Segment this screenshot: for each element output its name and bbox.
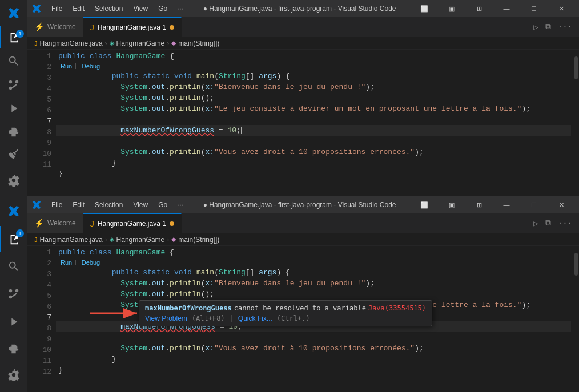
run-action-icon[interactable]: ▷ [531,21,540,33]
menu-selection[interactable]: Selection [90,3,127,14]
test-icon[interactable] [0,143,27,165]
top-pane: 1 File E [0,0,579,196]
menu-view[interactable]: View [128,3,152,14]
quick-fix-action[interactable]: Quick Fix... [238,314,272,322]
menu-more[interactable]: ··· [173,3,188,14]
menu-view-bottom[interactable]: View [128,200,152,210]
split-btn2-bottom[interactable]: ⧉ [543,217,553,229]
search-icon-bottom[interactable] [0,254,27,279]
menu-go[interactable]: Go [154,3,172,14]
scrollbar-thumb-top[interactable] [574,56,578,79]
close-btn-bottom[interactable]: ✕ [548,196,574,213]
code-line-4: System.out.println(); [56,92,571,103]
window-title: ● HangmanGame.java - first-java-program … [188,5,411,13]
code-line-2: public static void main(String[] args) { [56,71,571,82]
more-btn-bottom[interactable]: ··· [556,217,574,229]
split-editor-icon[interactable]: ⧉ [543,21,553,33]
menu-file-bottom[interactable]: File [47,200,67,210]
tab-welcome-bottom[interactable]: ⚡ Welcome [27,213,83,233]
activity-bar-top: 1 [0,0,27,196]
code-line-8 [56,136,571,147]
layout-btn-bottom[interactable]: ⬜ [411,196,437,213]
b-code-line-2: public static void main(String[] args) { [56,267,571,278]
menu-selection-bottom[interactable]: Selection [90,200,127,210]
source-control-icon-bottom[interactable] [0,281,27,306]
close-button[interactable]: ✕ [548,0,574,17]
code-editor-top: 1 2 3 4 5 6 7 8 9 10 11 public class Han… [27,50,579,196]
error-text: cannot be resolved to a variable [234,304,366,312]
split-icon[interactable]: ▣ [439,0,465,17]
notification-badge-bottom: 1 [16,229,24,237]
run-debug-icon[interactable] [0,98,27,120]
breadcrumb-method[interactable]: main(String[]) [178,39,219,47]
breadcrumb-class-icon: ◈ [110,39,114,47]
error-popup: maxNumberOfWrongGuess cannot be resolved… [139,300,432,326]
grid-btn-bottom[interactable]: ⊞ [466,196,492,213]
settings-icon[interactable] [0,169,27,191]
minimize-btn-bottom[interactable]: — [493,196,520,213]
extensions-icon[interactable] [0,122,27,143]
scrollbar-top[interactable] [571,50,579,196]
b-code-line-12 [56,375,571,386]
run-btn-bottom[interactable]: ▷ [531,217,540,229]
tab-hangman[interactable]: J HangmanGame.java 1 [83,17,182,37]
scrollbar-bottom[interactable] [571,246,579,392]
search-icon[interactable] [0,50,27,72]
bc-method-icon-bottom: ◆ [171,236,176,243]
menu-edit[interactable]: Edit [68,3,89,14]
b-code-line-8 [56,332,571,343]
bottom-pane: 1 File Edit Sel [0,196,579,392]
breadcrumb-file[interactable]: HangmanGame.java [40,39,103,47]
title-bar-left: File Edit Selection View Go ··· [32,3,188,14]
settings-icon-bottom[interactable] [0,362,27,387]
more-actions-icon[interactable]: ··· [556,21,574,33]
code-line-6 [56,114,571,125]
unsaved-dot-bottom [170,221,174,226]
explorer-icon[interactable]: 1 [0,26,27,48]
unsaved-indicator [170,25,174,30]
error-message-line: maxNumberOfWrongGuess cannot be resolved… [145,304,426,312]
window-controls: ⬜ ▣ ⊞ — ☐ ✕ [411,0,574,17]
code-line-9: System.out.println(x:"Vous avez droit à … [56,147,571,157]
vscode-logo [0,2,27,24]
tab-welcome[interactable]: ⚡ Welcome [27,17,83,37]
menu-edit-bottom[interactable]: Edit [68,200,89,210]
code-line-11: } [56,168,571,179]
breadcrumb-bottom: J HangmanGame.java › ◈ HangmanGame › ◆ m… [27,233,579,246]
error-arrow [87,307,142,322]
b-code-line-9: System.out.println(x:"Vous avez droit à … [56,343,571,354]
source-control-icon[interactable] [0,74,27,96]
svg-point-4 [15,289,19,293]
activity-bar-bottom: 1 [0,196,27,392]
menu-file[interactable]: File [47,3,67,14]
maximize-button[interactable]: ☐ [521,0,547,17]
tab-bar-actions: ▷ ⧉ ··· [526,17,579,37]
bc-file-bottom[interactable]: HangmanGame.java [40,236,103,244]
scrollbar-thumb-bottom[interactable] [574,253,578,276]
menu-go-bottom[interactable]: Go [154,200,172,210]
menu-more-bottom[interactable]: ··· [173,200,188,210]
bc-class-bottom[interactable]: HangmanGame [116,236,165,244]
tab-hangman-bottom[interactable]: J HangmanGame.java 1 [83,213,182,233]
layout-icon[interactable]: ⬜ [411,0,437,17]
quick-fix-key: (Ctrl+.) [277,314,310,322]
code-line-5: System.out.println(x:"Le jeu consiste à … [56,103,571,114]
tab-actions-bottom: ▷ ⧉ ··· [526,213,579,233]
code-line-3: System.out.println(x:"Bienvenue dans le … [56,82,571,92]
run-debug-icon-bottom[interactable] [0,309,27,334]
svg-point-5 [9,289,13,293]
bc-method-bottom[interactable]: main(String[]) [178,236,219,244]
maximize-btn-bottom[interactable]: ☐ [521,196,547,213]
title-bar-top: File Edit Selection View Go ··· ● Hangma… [27,0,579,17]
view-problem-action[interactable]: View Problem [145,314,187,322]
grid-icon[interactable]: ⊞ [466,0,492,17]
split-btn-bottom[interactable]: ▣ [439,196,465,213]
extensions-icon-bottom[interactable] [0,337,27,362]
welcome-icon-bottom: ⚡ [34,219,44,228]
explorer-icon-bottom[interactable]: 1 [0,226,27,251]
breadcrumb-class[interactable]: HangmanGame [116,39,165,47]
error-variable: maxNumberOfWrongGuess [145,304,232,312]
vscode-logo-bottom [0,199,27,224]
b-code-line-11: } [56,365,571,375]
minimize-button[interactable]: — [493,0,520,17]
